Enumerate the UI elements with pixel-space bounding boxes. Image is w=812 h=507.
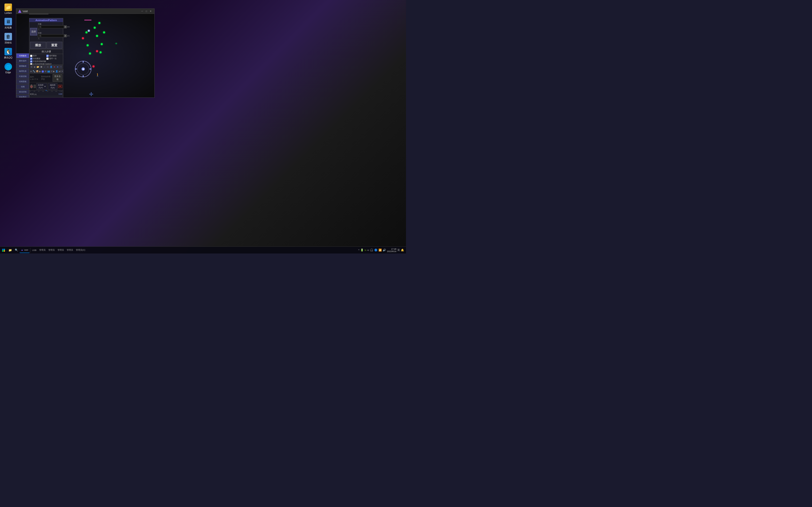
ctrl-point-neck[interactable] bbox=[94, 27, 96, 29]
recycle-icon[interactable]: 🗑 回收站 bbox=[1, 32, 16, 46]
loop-checkbox[interactable] bbox=[46, 55, 49, 57]
object-clear-button[interactable]: X bbox=[64, 25, 67, 29]
target-input[interactable] bbox=[38, 34, 64, 37]
toolbar-icon-person1[interactable]: 👤 bbox=[50, 65, 53, 69]
taskbar-item-usb[interactable]: USB bbox=[31, 247, 38, 253]
tray-icon-2[interactable]: AI bbox=[367, 249, 369, 251]
start-button[interactable] bbox=[0, 247, 7, 254]
tray-bluetooth[interactable]: 🔵 bbox=[374, 248, 377, 251]
toolbar-icon-close2[interactable]: ✕ bbox=[61, 69, 63, 73]
window-title-area: VaM bbox=[18, 10, 28, 13]
maximize-button[interactable]: □ bbox=[145, 10, 148, 13]
tray-icon-nvidia[interactable]: N bbox=[365, 249, 366, 251]
edit-mode-button[interactable]: 编辑模式(E) bbox=[48, 83, 57, 90]
ctrl-point-knee-l[interactable] bbox=[89, 53, 91, 54]
independent-edit-mode-button[interactable]: 独立编辑模式 bbox=[29, 14, 48, 14]
notification-icon[interactable]: 🔔 bbox=[401, 248, 404, 251]
toolbar-icon-folder[interactable]: 📂 bbox=[37, 65, 40, 69]
tray-expand-icon[interactable]: ^ bbox=[358, 249, 359, 251]
toolbar-icon-circle-blue[interactable]: ● bbox=[56, 65, 59, 69]
system-clock[interactable]: 17:48 2022/6/16 bbox=[387, 248, 396, 252]
open-control-checkbox[interactable] bbox=[30, 60, 33, 63]
loop-once-checkbox[interactable] bbox=[46, 58, 49, 60]
toolbar-icon-menu[interactable]: ☰ bbox=[30, 65, 33, 69]
toolbar-icon-audio[interactable]: ♪ bbox=[43, 65, 46, 69]
orbit-manipulator[interactable] bbox=[75, 61, 91, 77]
toolbar-icon-refresh[interactable]: ↺ bbox=[50, 69, 53, 73]
tray-volume[interactable]: 🔊 bbox=[383, 248, 386, 251]
tab-move-special[interactable]: 移动控制 bbox=[16, 90, 29, 94]
target-clear-button[interactable]: X bbox=[64, 34, 67, 37]
taskbar-search[interactable]: 🔍 bbox=[13, 247, 19, 253]
qq-icon[interactable]: 🐧 腾讯QQ bbox=[1, 47, 16, 61]
reset-button[interactable]: 重置 bbox=[47, 42, 62, 49]
lorben-icon[interactable]: 📁 Lorben bbox=[1, 2, 16, 15]
move-icon[interactable]: ✛ bbox=[89, 91, 93, 97]
taskbar-item-adminc[interactable]: 管理员(C) bbox=[74, 247, 87, 253]
close-panel-button[interactable]: ✕ bbox=[58, 85, 62, 88]
toolbar-icon-persons[interactable]: 👥 bbox=[47, 69, 50, 73]
tray-wifi[interactable]: 📶 bbox=[378, 248, 382, 251]
white-square[interactable] bbox=[34, 85, 36, 88]
mypc-icon[interactable]: 🖥 此电脑 bbox=[1, 17, 16, 31]
tab-constraint[interactable]: 约束控制 bbox=[16, 74, 29, 79]
ctrl-point-knee-r[interactable] bbox=[100, 51, 101, 53]
taskbar-item-admin1[interactable]: 管理员 bbox=[38, 247, 47, 253]
ctrl-point-waist-r[interactable] bbox=[101, 43, 103, 45]
toolbar-icon-person2[interactable]: 👤 bbox=[55, 69, 58, 73]
toolbar-icon-shape1[interactable]: ◆ bbox=[33, 65, 36, 69]
tab-anim-trigger[interactable]: 动画触发 bbox=[16, 53, 29, 58]
tray-icon-3[interactable]: 🎧 bbox=[370, 248, 373, 251]
ctrl-point-foot-l[interactable] bbox=[93, 65, 94, 67]
minimize-button[interactable]: ─ bbox=[140, 10, 144, 13]
ctrl-point-left-shoulder[interactable] bbox=[86, 32, 87, 33]
play-button[interactable]: 播放 bbox=[30, 42, 46, 49]
taskbar-file-explorer[interactable]: 📁 bbox=[7, 247, 13, 253]
ctrl-point-waist-l[interactable] bbox=[87, 44, 89, 46]
auto-play-label: 自动播放 bbox=[33, 57, 40, 60]
toolbar-icon-star[interactable]: ★ bbox=[30, 69, 32, 73]
loop-label: 循环播放 bbox=[49, 54, 57, 57]
toolbar-icon-gear[interactable]: ⚙ bbox=[44, 69, 47, 73]
lang-indicator[interactable]: 英 bbox=[397, 248, 400, 252]
toolbar-icon-shuffle[interactable]: ⇄ bbox=[58, 69, 61, 73]
tab-collision-trigger[interactable]: 碰撞触发 bbox=[16, 64, 29, 68]
tab-basic-preset[interactable]: 基本预设 bbox=[16, 95, 29, 97]
power-button[interactable]: ⏻ bbox=[30, 84, 33, 89]
object-input[interactable] bbox=[38, 25, 64, 29]
tray-icon-1[interactable]: 🔋 bbox=[360, 248, 364, 251]
taskbar-item-admin3[interactable]: 管理员 bbox=[56, 247, 65, 253]
pause-checkbox[interactable] bbox=[30, 55, 33, 57]
object-none-text: 无 bbox=[38, 29, 69, 31]
ctrl-point-hip[interactable] bbox=[96, 50, 98, 52]
toolbar-icon-circle-red[interactable]: ● bbox=[53, 65, 56, 69]
taskbar-item-admin2[interactable]: 管理员 bbox=[47, 247, 56, 253]
cb-row-2: 自动播放 循环一次 bbox=[30, 57, 62, 60]
toolbar-icon-info[interactable]: ℹ bbox=[46, 65, 49, 69]
ctrl-point-chest[interactable] bbox=[96, 35, 98, 37]
tab-anim-panel[interactable]: 动画面板 bbox=[16, 79, 29, 84]
toolbar-icon-circle2[interactable]: ⬤ bbox=[41, 69, 44, 73]
taskbar-item-admin4[interactable]: 管理员 bbox=[65, 247, 74, 253]
ctrl-point-left-arm[interactable] bbox=[82, 37, 84, 39]
toolbar-icon-play2[interactable]: ▶ bbox=[53, 69, 55, 73]
toolbar-icon-gem[interactable]: ⬟ bbox=[40, 65, 43, 69]
pause-label: 暂停 bbox=[33, 54, 37, 57]
tab-animation[interactable]: 动画 bbox=[16, 84, 29, 89]
select-button[interactable]: 选择 bbox=[30, 28, 37, 36]
toolbar-icon-tool[interactable]: 🔧 bbox=[33, 69, 36, 73]
ctrl-point-head[interactable] bbox=[98, 22, 100, 24]
toolbar-icon-box[interactable]: 📦 bbox=[36, 69, 39, 73]
toolbar-icon-plus[interactable]: + bbox=[59, 65, 62, 69]
auto-play-checkbox[interactable] bbox=[30, 58, 33, 60]
more-options-button[interactable]: 更多选项 bbox=[53, 74, 62, 82]
tab-physics-prop[interactable]: 物理性质 bbox=[16, 69, 29, 74]
edge-icon[interactable]: 🌐 Edge bbox=[1, 62, 16, 75]
taskbar-vam-item[interactable]: ▲ VaM bbox=[19, 247, 30, 253]
tab-script-plugin[interactable]: 脚本插件 bbox=[16, 58, 29, 63]
clock-time: 17:48 bbox=[387, 248, 396, 250]
ctrl-point-right-shoulder[interactable] bbox=[103, 32, 105, 33]
game-mode-button[interactable]: 游戏模式(P) ▼ bbox=[37, 83, 47, 90]
close-button[interactable]: ✕ bbox=[149, 10, 152, 13]
toolbar-icon-arrow-r[interactable]: ▶ bbox=[39, 69, 41, 73]
